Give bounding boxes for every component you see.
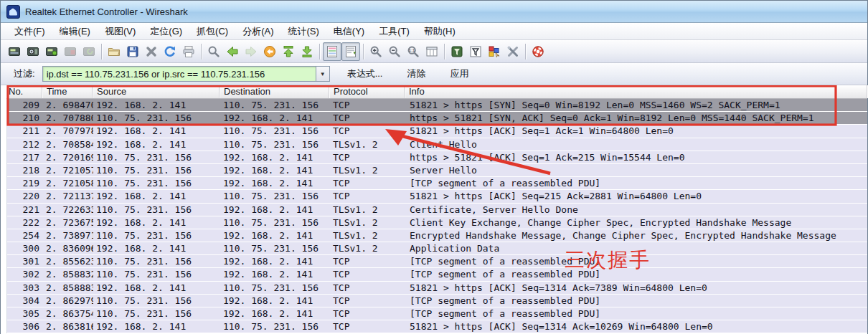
- packet-row[interactable]: 210 2. 707880 110. 75. 231. 156 192. 168…: [7, 112, 867, 125]
- cell-no: 209: [7, 99, 43, 111]
- cell-info: Client Key Exchange, Change Cipher Spec,…: [405, 216, 867, 229]
- save-file-button[interactable]: [123, 42, 142, 61]
- cell-destination: 192. 168. 2. 141: [220, 295, 330, 307]
- cell-protocol: TLSv1. 2: [330, 229, 405, 242]
- go-top-button[interactable]: [279, 42, 298, 61]
- cell-no: 217: [7, 151, 43, 163]
- column-header-no[interactable]: No.: [6, 85, 42, 98]
- capture-options-icon: [26, 44, 40, 59]
- cell-source: 110. 75. 231. 156: [93, 255, 220, 267]
- packet-row[interactable]: 254 2. 738971 110. 75. 231. 156 192. 168…: [7, 229, 867, 242]
- cell-protocol: TLSv1. 2: [330, 138, 405, 151]
- cell-no: 300: [7, 242, 43, 254]
- column-header-protocol[interactable]: Protocol: [329, 85, 405, 98]
- packet-row[interactable]: 306 2. 863816 192. 168. 2. 141 110. 75. …: [7, 320, 867, 333]
- column-header-info[interactable]: Info: [405, 85, 867, 98]
- menu-help[interactable]: 帮助(H): [418, 23, 462, 40]
- packet-row[interactable]: 300 2. 836096 192. 168. 2. 141 110. 75. …: [7, 242, 867, 255]
- packet-row[interactable]: 217 2. 720169 110. 75. 231. 156 192. 168…: [7, 151, 867, 164]
- filter-input[interactable]: [42, 66, 316, 82]
- apply-button[interactable]: 应用: [443, 65, 476, 83]
- coloring-rules-button[interactable]: [485, 42, 504, 61]
- packet-row[interactable]: 303 2. 858883 192. 168. 2. 141 110. 75. …: [7, 282, 867, 295]
- menu-analyze[interactable]: 分析(A): [236, 23, 280, 40]
- toolbar-separator: [101, 44, 102, 59]
- packet-row[interactable]: 218 2. 721057 110. 75. 231. 156 192. 168…: [7, 164, 867, 177]
- cell-destination: 110. 75. 231. 156: [220, 138, 330, 151]
- open-file-button[interactable]: [105, 42, 123, 61]
- menu-capture[interactable]: 抓包(C): [190, 23, 235, 40]
- filter-dropdown-button[interactable]: ▼: [316, 66, 330, 82]
- help-button[interactable]: [529, 42, 547, 61]
- interfaces-button[interactable]: [5, 42, 24, 61]
- column-header-time[interactable]: Time: [42, 85, 93, 98]
- cell-no: 302: [7, 268, 43, 280]
- capture-options-button[interactable]: [24, 42, 42, 61]
- menu-edit[interactable]: 编辑(E): [53, 23, 97, 40]
- close-file-button[interactable]: [142, 42, 161, 61]
- goto-packet-icon: [263, 44, 277, 59]
- chevron-down-icon: ▼: [320, 71, 326, 77]
- arrow-left-icon: [225, 44, 240, 59]
- packet-row[interactable]: 212 2. 708584 192. 168. 2. 141 110. 75. …: [7, 138, 867, 151]
- clear-button[interactable]: 清除: [400, 65, 433, 83]
- cell-protocol: TCP: [330, 307, 405, 320]
- cell-protocol: TCP: [330, 190, 405, 202]
- go-to-packet-button[interactable]: [260, 42, 279, 61]
- cell-info: https > 51821 [SYN, ACK] Seq=0 Ack=1 Win…: [405, 112, 867, 124]
- go-bottom-button[interactable]: [298, 42, 316, 61]
- packet-row[interactable]: 221 2. 722633 110. 75. 231. 156 192. 168…: [7, 204, 867, 216]
- zoom-in-button[interactable]: [367, 42, 385, 61]
- cell-info: [TCP segment of a reassembled PDU]: [405, 268, 867, 280]
- colorize-toggle-button[interactable]: [323, 42, 341, 61]
- packet-row[interactable]: 305 2. 863754 110. 75. 231. 156 192. 168…: [7, 307, 867, 320]
- packet-row[interactable]: 209 2. 698470 192. 168. 2. 141 110. 75. …: [7, 99, 867, 112]
- cell-info: Application Data: [405, 242, 867, 254]
- column-header-destination[interactable]: Destination: [220, 85, 329, 98]
- capture-restart-icon: [82, 44, 96, 59]
- menu-statistics[interactable]: 统计(S): [281, 23, 325, 40]
- cell-no: 211: [7, 125, 43, 137]
- display-filter-button[interactable]: [466, 42, 485, 61]
- capture-filter-button[interactable]: [448, 42, 466, 61]
- cell-time: 2. 855623: [43, 255, 93, 267]
- find-packet-button[interactable]: [204, 42, 223, 61]
- menu-telephony[interactable]: 电信(Y): [327, 23, 371, 40]
- zoom-out-button[interactable]: [385, 42, 404, 61]
- cell-no: 219: [7, 177, 43, 189]
- resize-columns-button[interactable]: [423, 42, 441, 61]
- packet-row[interactable]: 222 2. 723675 192. 168. 2. 141 110. 75. …: [7, 216, 867, 229]
- packet-row[interactable]: 301 2. 855623 110. 75. 231. 156 192. 168…: [7, 255, 867, 268]
- reload-button[interactable]: [161, 42, 179, 61]
- cell-source: 110. 75. 231. 156: [93, 307, 220, 320]
- cell-source: 192. 168. 2. 141: [93, 282, 220, 294]
- packet-row[interactable]: 302 2. 858832 110. 75. 231. 156 192. 168…: [7, 268, 867, 281]
- cell-time: 2. 707978: [43, 125, 93, 137]
- menu-go[interactable]: 定位(G): [143, 23, 189, 40]
- auto-scroll-toggle-button[interactable]: [341, 42, 360, 61]
- cell-info: 51821 > https [ACK] Seq=1314 Ack=10269 W…: [405, 320, 867, 333]
- menu-view[interactable]: 视图(V): [98, 23, 142, 40]
- cell-info: https > 51821 [ACK] Seq=1 Ack=215 Win=15…: [405, 151, 867, 163]
- packet-row[interactable]: 219 2. 721058 110. 75. 231. 156 192. 168…: [7, 177, 867, 190]
- capture-start-button[interactable]: [42, 42, 61, 61]
- go-back-button[interactable]: [223, 42, 242, 61]
- cell-destination: 192. 168. 2. 141: [220, 307, 330, 320]
- expression-button[interactable]: 表达式...: [340, 65, 390, 83]
- preferences-button[interactable]: [504, 42, 522, 61]
- packet-row[interactable]: 220 2. 721137 192. 168. 2. 141 110. 75. …: [7, 190, 867, 203]
- cell-destination: 192. 168. 2. 141: [220, 255, 330, 267]
- cell-info: Server Hello: [405, 164, 867, 176]
- cell-destination: 192. 168. 2. 141: [220, 177, 330, 189]
- zoom-100-button[interactable]: 1:1: [404, 42, 423, 61]
- cell-time: 2. 698470: [43, 99, 93, 111]
- column-header-source[interactable]: Source: [93, 85, 220, 98]
- print-button[interactable]: [179, 42, 198, 61]
- cell-protocol: TLSv1. 2: [330, 242, 405, 254]
- cell-info: 51821 > https [ACK] Seq=1 Ack=1 Win=6480…: [405, 125, 867, 137]
- packet-row[interactable]: 211 2. 707978 192. 168. 2. 141 110. 75. …: [7, 125, 867, 138]
- search-icon: [207, 44, 221, 59]
- menu-tools[interactable]: 工具(T): [372, 23, 416, 40]
- menu-file[interactable]: 文件(F): [8, 23, 52, 40]
- packet-row[interactable]: 304 2. 862979 110. 75. 231. 156 192. 168…: [7, 295, 867, 307]
